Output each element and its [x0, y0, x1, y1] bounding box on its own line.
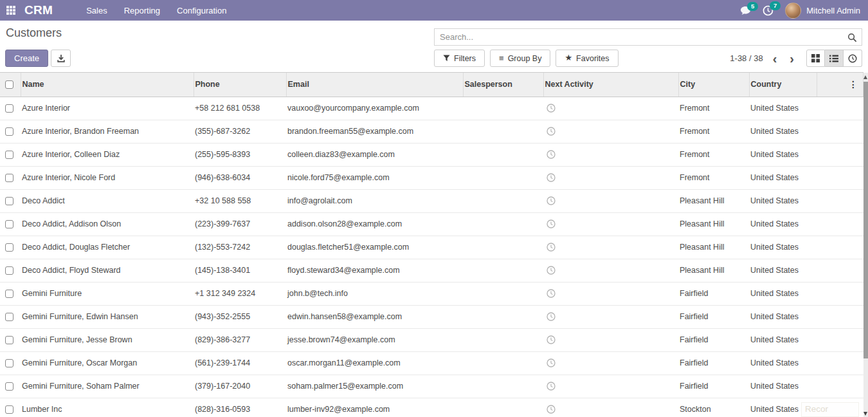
row-checkbox[interactable] [5, 266, 14, 275]
menu-configuration[interactable]: Configuration [177, 6, 226, 15]
customer-row[interactable]: Gemini Furniture, Jesse Brown (829)-386-… [0, 328, 863, 351]
customer-phone-cell: (379)-167-2040 [194, 375, 286, 398]
customer-name-cell: Lumber Inc [21, 398, 194, 417]
customer-row[interactable]: Deco Addict +32 10 588 558 info@agrolait… [0, 189, 863, 212]
favorites-button[interactable]: ★ Favorites [556, 50, 618, 67]
customer-row[interactable]: Deco Addict, Douglas Fletcher (132)-553-… [0, 236, 863, 259]
next-activity-clock-icon[interactable] [547, 358, 556, 367]
column-header-next-activity[interactable]: Next Activity [543, 73, 678, 97]
row-checkbox[interactable] [5, 174, 14, 182]
customer-row[interactable]: Gemini Furniture, Soham Palmer (379)-167… [0, 375, 863, 398]
row-checkbox[interactable] [5, 313, 14, 321]
next-activity-clock-icon[interactable] [547, 173, 556, 182]
customer-row[interactable]: Gemini Furniture +1 312 349 2324 john.b@… [0, 282, 863, 305]
pager-next-button[interactable]: › [786, 52, 797, 65]
activity-view-button[interactable] [844, 50, 862, 67]
app-name-crm[interactable]: CRM [24, 3, 53, 17]
customer-name-cell: Deco Addict, Addison Olson [21, 212, 194, 236]
next-activity-clock-icon[interactable] [547, 104, 556, 113]
activities-button[interactable]: 7 [763, 5, 773, 16]
search-icon[interactable] [847, 33, 857, 45]
customer-next-activity-cell [543, 328, 678, 351]
row-checkbox[interactable] [5, 243, 14, 252]
row-checkbox[interactable] [5, 104, 14, 113]
next-activity-clock-icon[interactable] [547, 243, 556, 252]
next-activity-clock-icon[interactable] [547, 405, 556, 414]
row-filler-cell [817, 236, 863, 259]
next-activity-clock-icon[interactable] [547, 127, 556, 136]
customer-email-cell: vauxoo@yourcompany.example.com [286, 97, 463, 120]
customer-row[interactable]: Gemini Furniture, Oscar Morgan (561)-239… [0, 351, 863, 375]
scroll-up-arrow[interactable] [863, 75, 867, 79]
export-button[interactable] [51, 50, 71, 67]
customer-salesperson-cell [463, 351, 543, 375]
next-activity-clock-icon[interactable] [547, 266, 556, 275]
row-checkbox[interactable] [5, 197, 14, 205]
customer-row[interactable]: Azure Interior, Brandon Freeman (355)-68… [0, 120, 863, 143]
column-header-name[interactable]: Name [21, 73, 194, 97]
group-by-button[interactable]: ≡ Group By [490, 50, 550, 67]
pager-range: 1-38 / 38 [730, 53, 763, 63]
select-all-checkbox[interactable] [5, 80, 14, 89]
column-header-country[interactable]: Country [749, 73, 817, 97]
row-filler-cell [817, 282, 863, 305]
customer-salesperson-cell [463, 375, 543, 398]
menu-reporting[interactable]: Reporting [124, 6, 160, 15]
user-menu[interactable]: Mitchell Admin [785, 3, 860, 19]
list-view-button[interactable] [825, 50, 844, 67]
column-header-salesperson[interactable]: Salesperson [463, 73, 543, 97]
customer-country-cell: United States [749, 351, 817, 375]
next-activity-clock-icon[interactable] [547, 150, 556, 159]
customer-row[interactable]: Lumber Inc (828)-316-0593 lumber-inv92@e… [0, 398, 863, 417]
scrollbar-thumb[interactable] [863, 82, 868, 358]
customer-city-cell: Fairfield [678, 328, 749, 351]
customer-row[interactable]: Deco Addict, Addison Olson (223)-399-763… [0, 212, 863, 236]
search-input[interactable] [435, 29, 862, 45]
pager-previous-button[interactable]: ‹ [770, 52, 781, 65]
customer-email-cell: soham.palmer15@example.com [286, 375, 463, 398]
create-button[interactable]: Create [5, 50, 48, 67]
row-checkbox[interactable] [5, 127, 14, 136]
row-checkbox-cell [0, 143, 21, 166]
row-filler-cell [817, 398, 863, 417]
column-options-icon[interactable]: ⋮ [849, 79, 858, 89]
row-checkbox[interactable] [5, 382, 14, 391]
customer-row[interactable]: Deco Addict, Floyd Steward (145)-138-340… [0, 259, 863, 282]
row-checkbox[interactable] [5, 405, 14, 414]
column-header-email[interactable]: Email [286, 73, 463, 97]
next-activity-clock-icon[interactable] [547, 196, 556, 205]
customer-phone-cell: (255)-595-8393 [194, 143, 286, 166]
menu-sales[interactable]: Sales [86, 6, 107, 15]
breadcrumb: Customers [6, 26, 62, 40]
kanban-view-button[interactable] [806, 50, 825, 67]
scroll-down-arrow[interactable] [863, 412, 867, 416]
messages-button[interactable]: 5 [740, 6, 751, 15]
customer-city-cell: Fremont [678, 166, 749, 189]
customer-name-cell: Azure Interior, Brandon Freeman [21, 120, 194, 143]
customer-row[interactable]: Azure Interior +58 212 681 0538 vauxoo@y… [0, 97, 863, 120]
customer-row[interactable]: Azure Interior, Nicole Ford (946)-638-60… [0, 166, 863, 189]
next-activity-clock-icon[interactable] [547, 335, 556, 344]
customer-next-activity-cell [543, 120, 678, 143]
column-header-phone[interactable]: Phone [194, 73, 286, 97]
next-activity-clock-icon[interactable] [547, 382, 556, 391]
apps-menu-button[interactable] [1, 0, 21, 21]
next-activity-clock-icon[interactable] [547, 312, 556, 321]
customer-row[interactable]: Gemini Furniture, Edwin Hansen (943)-352… [0, 305, 863, 328]
row-checkbox[interactable] [5, 151, 14, 159]
customer-row[interactable]: Azure Interior, Colleen Diaz (255)-595-8… [0, 143, 863, 166]
row-checkbox[interactable] [5, 359, 14, 367]
customer-country-cell: United States [749, 120, 817, 143]
row-filler-cell [817, 143, 863, 166]
row-checkbox[interactable] [5, 336, 14, 344]
customer-next-activity-cell [543, 259, 678, 282]
next-activity-clock-icon[interactable] [547, 289, 556, 298]
row-checkbox[interactable] [5, 290, 14, 298]
customer-salesperson-cell [463, 305, 543, 328]
customer-salesperson-cell [463, 189, 543, 212]
next-activity-clock-icon[interactable] [547, 219, 556, 228]
filters-button[interactable]: Filters [434, 50, 485, 67]
customer-country-cell: United States [749, 305, 817, 328]
column-header-city[interactable]: City [678, 73, 749, 97]
row-checkbox[interactable] [5, 220, 14, 228]
